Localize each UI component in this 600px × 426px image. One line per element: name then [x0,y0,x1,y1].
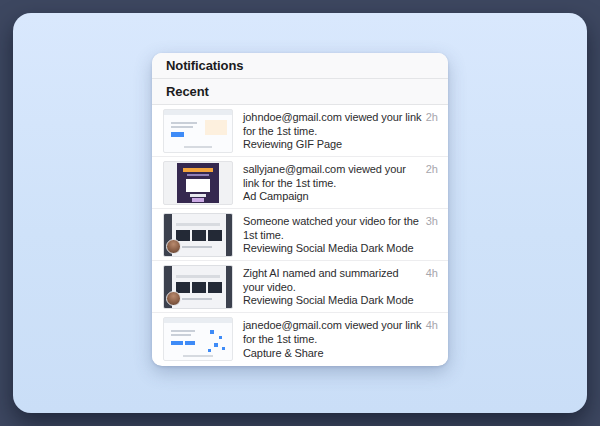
notification-body: sallyjane@gmail.com viewed your link for… [243,161,422,204]
desktop-background: { "colors": { "background": "#3d4760", "… [0,0,600,426]
notification-item[interactable]: Someone watched your video for the 1st t… [152,209,448,261]
notification-title: Reviewing GIF Page [243,138,422,152]
notification-thumbnail [163,317,233,361]
notifications-panel: Notifications Recent johndoe@gmail.com v… [152,53,448,366]
notification-title: Reviewing Social Media Dark Mode [243,242,422,256]
notification-item[interactable]: johndoe@gmail.com viewed your link for t… [152,105,448,157]
recent-section-label: Recent [166,84,209,99]
notification-message: janedoe@gmail.com viewed your link for t… [243,318,422,346]
notification-body: Zight AI named and summarized your video… [243,265,422,308]
notification-time: 4h [422,265,438,280]
notification-body: johndoe@gmail.com viewed your link for t… [243,109,422,152]
notification-time: 2h [422,161,438,176]
notification-item[interactable]: janedoe@gmail.com viewed your link for t… [152,313,448,365]
notification-message: johndoe@gmail.com viewed your link for t… [243,110,422,138]
notification-time: 2h [422,109,438,124]
notification-title: Reviewing Social Media Dark Mode [243,294,422,308]
notification-thumbnail [163,265,233,309]
notification-body: Someone watched your video for the 1st t… [243,213,422,256]
notifications-header: Notifications [152,53,448,79]
notification-body: janedoe@gmail.com viewed your link for t… [243,317,422,361]
notification-time: 3h [422,213,438,228]
notification-message: sallyjane@gmail.com viewed your link for… [243,162,422,190]
notification-title: Capture & Share [243,347,422,361]
notification-message: Someone watched your video for the 1st t… [243,214,422,242]
panel-title: Notifications [166,58,243,73]
notification-item[interactable]: sallyjane@gmail.com viewed your link for… [152,157,448,209]
notification-thumbnail [163,161,233,205]
notifications-list: johndoe@gmail.com viewed your link for t… [152,105,448,366]
notification-thumbnail [163,213,233,257]
notification-thumbnail [163,109,233,153]
notification-time: 4h [422,317,438,332]
notification-message: Zight AI named and summarized your video… [243,266,422,294]
recent-section-header: Recent [152,79,448,105]
notification-title: Ad Campaign [243,190,422,204]
notification-item[interactable]: Zight AI named and summarized your video… [152,261,448,313]
